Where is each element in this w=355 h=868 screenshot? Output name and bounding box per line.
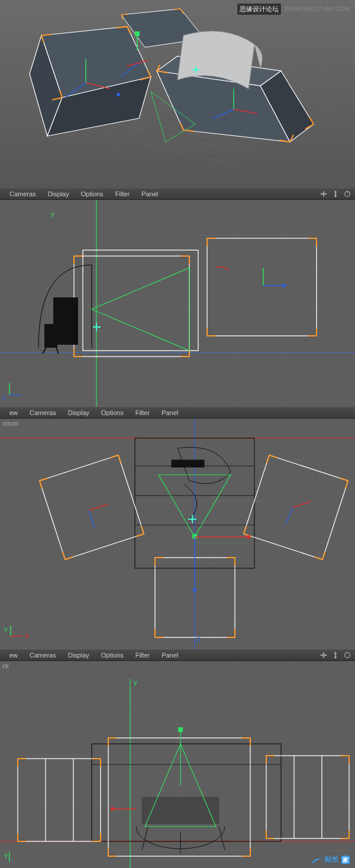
menu-cameras[interactable]: Cameras — [24, 650, 62, 660]
svg-point-27 — [117, 93, 120, 96]
menu-filter[interactable]: Filter — [109, 189, 135, 199]
menu-options[interactable]: Options — [95, 407, 130, 418]
svg-text:Y: Y — [133, 680, 138, 687]
back-canvas[interactable]: Y — [0, 661, 355, 868]
watermark-cn-text: 思缘设计论坛 — [237, 4, 281, 15]
bottom-logo-text: 站长 — [325, 854, 339, 864]
bottom-viewport[interactable]: ew Cameras Display Options Filter Panel … — [0, 407, 355, 649]
svg-rect-126 — [142, 797, 219, 824]
swoosh-icon — [311, 856, 323, 864]
menu-display[interactable]: Display — [62, 407, 95, 418]
menu-view[interactable]: ew — [4, 650, 24, 660]
perspective-canvas[interactable] — [0, 0, 355, 188]
back-viewport[interactable]: ew Cameras Display Options Filter Panel … — [0, 649, 355, 868]
svg-text:X: X — [25, 633, 30, 640]
watermark: 思缘设计论坛 WWW.MISSYUAN.COM — [237, 4, 349, 15]
viewport-name-back: ck — [2, 662, 9, 669]
svg-text:Z: Z — [196, 636, 201, 643]
bottom-logo: 站长 家 — [311, 854, 350, 864]
svg-text:Y: Y — [4, 627, 8, 634]
menu-display[interactable]: Display — [62, 650, 95, 660]
stamp-icon: 家 — [341, 855, 350, 864]
svg-rect-24 — [135, 31, 140, 36]
menu-options[interactable]: Options — [95, 650, 130, 660]
pan-icon[interactable] — [320, 190, 328, 198]
svg-text:家: 家 — [342, 857, 348, 863]
svg-text:Z: Z — [2, 394, 6, 401]
svg-point-134 — [111, 807, 114, 811]
svg-rect-52 — [44, 324, 57, 348]
menu-filter[interactable]: Filter — [130, 407, 156, 418]
viewport-menubar: Cameras Display Options Filter Panel — [0, 188, 355, 200]
side-viewport[interactable]: Cameras Display Options Filter Panel Y — [0, 188, 355, 407]
menu-cameras[interactable]: Cameras — [24, 407, 62, 418]
pan-icon[interactable] — [320, 651, 328, 659]
svg-point-58 — [282, 284, 286, 287]
svg-rect-131 — [178, 727, 183, 732]
menu-view[interactable]: ew — [4, 407, 24, 418]
svg-point-103 — [345, 653, 350, 658]
rotate-icon[interactable] — [343, 651, 351, 659]
viewport-nav-icons — [320, 190, 351, 198]
menu-panel[interactable]: Panel — [156, 407, 184, 418]
svg-point-95 — [193, 588, 196, 592]
viewport-nav-icons — [320, 651, 351, 659]
rotate-icon[interactable] — [343, 190, 351, 198]
svg-point-93 — [247, 535, 250, 539]
menu-display[interactable]: Display — [42, 189, 75, 199]
perspective-viewport[interactable]: 思缘设计论坛 WWW.MISSYUAN.COM — [0, 0, 355, 188]
menu-panel[interactable]: Panel — [135, 189, 164, 199]
zoom-icon[interactable] — [331, 651, 340, 659]
viewport-name-bottom: ottom — [2, 420, 19, 427]
bottom-canvas[interactable]: Y X Z — [0, 419, 355, 649]
menu-filter[interactable]: Filter — [130, 650, 156, 660]
viewport-menubar-4: ew Cameras Display Options Filter Panel — [0, 649, 355, 661]
svg-text:Y: Y — [50, 212, 55, 219]
menu-cameras[interactable]: Cameras — [4, 189, 42, 199]
menu-options[interactable]: Options — [75, 189, 109, 199]
cube-left[interactable] — [30, 27, 151, 136]
menu-panel[interactable]: Panel — [156, 650, 184, 660]
watermark-url: WWW.MISSYUAN.COM — [285, 6, 349, 12]
viewport-menubar-3: ew Cameras Display Options Filter Panel — [0, 407, 355, 419]
side-canvas[interactable]: Y — [0, 200, 355, 407]
zoom-icon[interactable] — [331, 190, 340, 198]
svg-text:Y: Y — [4, 853, 8, 860]
svg-rect-85 — [172, 460, 204, 467]
